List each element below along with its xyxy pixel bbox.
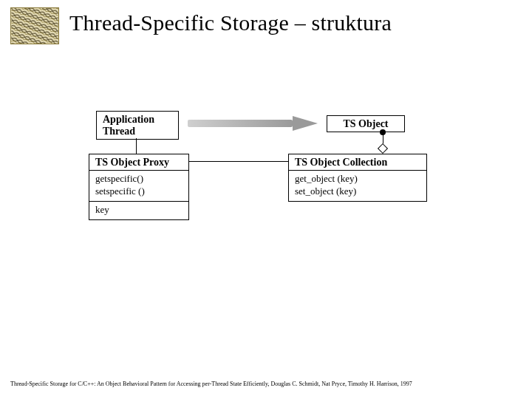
svg-rect-1 — [11, 8, 58, 44]
logo — [10, 7, 59, 44]
weave-icon — [11, 8, 58, 44]
svg-rect-2 — [188, 120, 293, 127]
footer-citation: Thread-Specific Storage for C/C++: An Ob… — [10, 381, 522, 387]
box-ts-object-collection: TS Object Collection get_object (key) se… — [288, 154, 427, 202]
box-ts-object-proxy: TS Object Proxy getspecific() setspecifi… — [89, 154, 189, 220]
aggregation-diamond-icon — [378, 143, 388, 154]
box-methods: getspecific() setspecific () — [89, 171, 188, 202]
slide-root: Thread-Specific Storage – struktura Appl… — [0, 0, 532, 399]
uses-arrow — [185, 114, 321, 133]
box-methods: get_object (key) set_object (key) — [289, 171, 426, 201]
assoc-proxy-collection — [189, 161, 288, 162]
uml-diagram: Application Thread TS Object TS Object P… — [89, 111, 443, 251]
slide-title: Thread-Specific Storage – struktura — [69, 10, 392, 35]
svg-marker-3 — [293, 116, 318, 131]
box-label: TS Object Collection — [289, 154, 426, 171]
multiplicity-dot-icon — [380, 129, 386, 135]
box-label: TS Object — [327, 116, 404, 132]
box-application-thread: Application Thread — [96, 111, 179, 140]
assoc-app-proxy — [136, 138, 137, 154]
box-ts-object: TS Object — [327, 115, 405, 132]
box-label: Application Thread — [97, 112, 178, 139]
box-attrs: key — [89, 202, 188, 219]
box-label: TS Object Proxy — [89, 154, 188, 171]
